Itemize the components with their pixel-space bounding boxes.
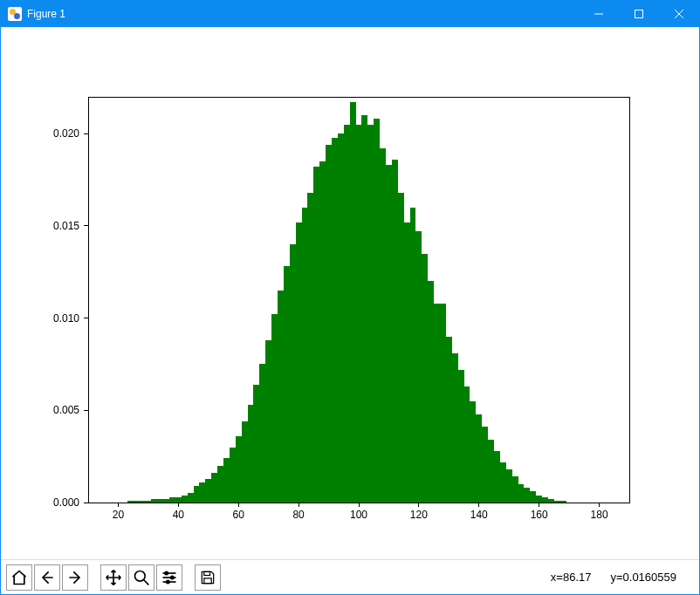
svg-rect-77 [560,501,566,503]
svg-rect-43 [356,125,362,503]
svg-text:60: 60 [233,509,245,521]
svg-rect-6 [134,501,140,503]
svg-rect-11 [163,499,169,503]
svg-text:40: 40 [173,509,185,521]
svg-rect-9 [151,499,157,503]
zoom-icon [133,569,150,586]
svg-rect-22 [230,448,236,503]
svg-rect-47 [380,148,386,503]
svg-point-111 [165,571,168,574]
svg-text:120: 120 [410,509,428,521]
plot-canvas[interactable]: 204060801001201401601800.0000.0050.0100.… [1,27,699,559]
svg-rect-12 [169,497,175,503]
svg-rect-76 [554,501,560,503]
zoom-button[interactable] [128,564,154,591]
svg-rect-74 [542,497,548,503]
home-button[interactable] [6,564,32,591]
svg-text:20: 20 [113,509,125,521]
svg-rect-49 [392,160,398,503]
save-icon [199,569,216,586]
svg-rect-41 [344,125,350,503]
svg-rect-52 [410,208,416,503]
svg-rect-51 [404,222,410,503]
svg-rect-63 [476,414,482,503]
svg-rect-31 [284,266,290,503]
svg-rect-7 [140,501,146,503]
svg-rect-50 [398,193,404,503]
svg-rect-70 [518,484,525,503]
arrow-right-icon [66,569,84,586]
svg-rect-69 [512,476,518,503]
svg-rect-1 [635,10,643,18]
svg-rect-15 [188,493,194,503]
svg-rect-34 [302,208,308,503]
home-icon [10,569,28,586]
svg-rect-8 [145,501,151,503]
svg-rect-53 [415,231,422,503]
navigation-toolbar: x=86.17 y=0.0160559 [1,559,699,594]
svg-rect-37 [319,161,326,503]
svg-rect-71 [524,488,530,503]
titlebar[interactable]: Figure 1 [1,1,699,27]
plot-svg: 204060801001201401601800.0000.0050.0100.… [1,27,699,559]
svg-rect-26 [253,385,259,503]
svg-rect-115 [204,578,211,583]
svg-rect-61 [464,386,470,503]
svg-rect-25 [248,405,254,503]
svg-point-113 [167,580,169,583]
save-button[interactable] [195,564,221,591]
svg-rect-44 [361,115,367,503]
svg-rect-72 [530,491,536,503]
svg-text:0.015: 0.015 [53,220,79,232]
svg-rect-33 [296,222,302,503]
forward-button[interactable] [62,564,88,591]
svg-rect-29 [271,314,278,503]
svg-rect-58 [446,337,452,503]
cursor-x-status: x=86.17 [551,571,592,584]
svg-rect-14 [182,496,188,503]
svg-text:0.020: 0.020 [53,127,79,140]
svg-text:0.010: 0.010 [53,312,79,325]
svg-rect-73 [536,496,542,503]
svg-rect-40 [338,133,344,503]
svg-rect-28 [265,340,271,503]
cursor-y-status: y=0.0160559 [610,571,676,584]
configure-subplots-button[interactable] [156,564,182,591]
svg-rect-27 [259,364,265,503]
svg-text:80: 80 [292,509,305,521]
svg-rect-32 [290,244,296,503]
svg-rect-19 [211,473,217,503]
svg-text:0.005: 0.005 [53,404,79,416]
svg-rect-36 [313,167,319,503]
svg-text:100: 100 [350,509,367,521]
svg-rect-56 [434,304,440,503]
close-button[interactable] [659,1,699,27]
svg-rect-45 [367,125,374,503]
svg-rect-39 [332,138,338,503]
svg-rect-46 [374,119,380,503]
svg-rect-62 [470,401,476,503]
move-icon [105,569,122,586]
back-button[interactable] [34,564,60,591]
arrow-left-icon [38,569,56,586]
minimize-button[interactable] [579,1,619,27]
svg-point-112 [171,576,174,578]
svg-rect-48 [386,165,392,503]
svg-rect-64 [482,427,488,503]
pan-button[interactable] [100,564,127,591]
svg-rect-42 [350,102,356,503]
svg-text:140: 140 [470,509,488,521]
svg-rect-38 [326,145,332,503]
svg-rect-75 [548,499,554,503]
svg-rect-59 [452,353,458,503]
svg-rect-17 [199,482,205,503]
svg-rect-67 [500,462,506,503]
maximize-button[interactable] [619,1,659,27]
svg-rect-16 [194,486,200,503]
svg-rect-18 [205,479,211,503]
svg-point-106 [135,571,146,581]
svg-rect-35 [307,193,313,503]
svg-rect-65 [488,440,494,503]
svg-text:160: 160 [531,509,548,521]
svg-line-107 [144,579,149,585]
